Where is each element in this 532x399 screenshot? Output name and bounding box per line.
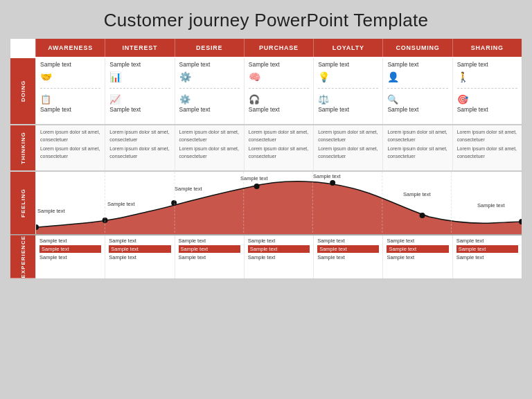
thinking-lorem-0a: Lorem ipsum dolor sit amet, consectetuer — [40, 129, 100, 143]
exp-cell-3: Sample text Sample text Sample text — [244, 236, 313, 278]
doing-section: DOING Sample text 🤝 📋 Sample text Sample… — [10, 57, 522, 124]
header-row: AWARENESS INTEREST DESIRE PURCHASE LOYAL… — [10, 39, 522, 57]
doing-text-1-top: Sample text — [109, 61, 141, 68]
exp-text-5-1: Sample text — [387, 245, 448, 253]
doing-icon-4-bot: ⚖️ — [318, 94, 329, 105]
exp-text-0-0: Sample text — [39, 238, 101, 244]
exp-text-5-0: Sample text — [387, 238, 448, 244]
thinking-lorem-3a: Lorem ipsum dolor sit amet, consectetuer — [249, 129, 309, 143]
exp-text-4-2: Sample text — [317, 254, 379, 260]
exp-text-6-2: Sample text — [456, 254, 518, 260]
exp-cell-5: Sample text Sample text Sample text — [382, 236, 452, 278]
feeling-label-4: Sample text — [313, 173, 341, 179]
exp-text-4-1: Sample text — [317, 245, 379, 253]
doing-icon-3-top: 🧠 — [249, 71, 260, 82]
doing-icon-1-bot: 📈 — [109, 94, 121, 105]
thinking-cell-6: Lorem ipsum dolor sit amet, consectetuer… — [452, 125, 522, 170]
exp-cell-6: Sample text Sample text Sample text — [452, 236, 522, 278]
exp-text-1-0: Sample text — [109, 238, 170, 244]
thinking-cell-1: Lorem ipsum dolor sit amet, consectetuer… — [105, 125, 174, 170]
doing-text-2-top: Sample text — [179, 61, 211, 68]
thinking-content: Lorem ipsum dolor sit amet, consectetuer… — [35, 125, 522, 170]
doing-icon-1-top: 📊 — [109, 71, 121, 82]
doing-cell-2: Sample text ⚙️ ⚙️ Sample text — [175, 58, 244, 124]
thinking-lorem-5b: Lorem ipsum dolor sit amet, consectetuer — [387, 145, 447, 160]
feeling-label-6: Sample text — [477, 202, 505, 209]
exp-cell-2: Sample text Sample text Sample text — [175, 236, 244, 278]
feeling-content: Sample text Sample text Sample text Samp… — [35, 172, 522, 234]
doing-text-6-top: Sample text — [457, 61, 488, 68]
thinking-cell-2: Lorem ipsum dolor sit amet, consectetuer… — [175, 125, 244, 170]
doing-text-3-top: Sample text — [249, 61, 280, 68]
thinking-lorem-5a: Lorem ipsum dolor sit amet, consectetuer — [387, 129, 447, 143]
doing-icon-2-top: ⚙️ — [179, 71, 191, 82]
doing-text-1-bot: Sample text — [109, 106, 141, 113]
doing-text-5-top: Sample text — [387, 61, 418, 68]
thinking-cell-3: Lorem ipsum dolor sit amet, consectetuer… — [244, 125, 313, 170]
header-cell-awareness: AWARENESS — [35, 39, 105, 57]
doing-cell-4: Sample text 💡 ⚖️ Sample text — [313, 58, 382, 124]
doing-icon-4-top: 💡 — [318, 71, 330, 82]
feeling-label-1: Sample text — [107, 201, 135, 207]
exp-cell-1: Sample text Sample text Sample text — [105, 236, 174, 278]
doing-content: Sample text 🤝 📋 Sample text Sample text … — [35, 58, 522, 124]
doing-text-0-top: Sample text — [40, 61, 71, 68]
thinking-lorem-1b: Lorem ipsum dolor sit amet, consectetuer — [109, 145, 170, 160]
exp-text-5-2: Sample text — [387, 254, 448, 260]
thinking-lorem-1a: Lorem ipsum dolor sit amet, consectetuer — [109, 129, 170, 143]
feeling-label-2: Sample text — [175, 186, 202, 192]
doing-icon-0-bot: 📋 — [40, 94, 51, 105]
thinking-lorem-2a: Lorem ipsum dolor sit amet, consectetuer — [179, 129, 240, 143]
doing-icon-5-top: 👤 — [387, 71, 399, 82]
doing-row-label: DOING — [10, 58, 35, 124]
doing-icon-0-top: 🤝 — [40, 71, 52, 82]
experience-content: Sample text Sample text Sample text Samp… — [35, 236, 522, 278]
header-cell-loyalty: LOYALTY — [313, 39, 382, 57]
doing-text-6-bot: Sample text — [457, 106, 488, 113]
exp-text-3-0: Sample text — [248, 238, 310, 244]
doing-text-3-bot: Sample text — [249, 106, 280, 113]
doing-cell-0: Sample text 🤝 📋 Sample text — [35, 58, 105, 124]
doing-text-4-bot: Sample text — [318, 106, 349, 113]
exp-cell-0: Sample text Sample text Sample text — [35, 236, 105, 278]
thinking-lorem-4a: Lorem ipsum dolor sit amet, consectetuer — [318, 129, 378, 143]
exp-text-2-0: Sample text — [179, 238, 240, 244]
thinking-lorem-4b: Lorem ipsum dolor sit amet, consectetuer — [318, 145, 378, 160]
doing-cell-3: Sample text 🧠 🎧 Sample text — [244, 58, 313, 124]
exp-text-3-1: Sample text — [248, 245, 310, 253]
exp-text-4-0: Sample text — [317, 238, 379, 244]
feeling-label-0: Sample text — [37, 208, 65, 214]
exp-text-3-2: Sample text — [248, 254, 310, 260]
feeling-row-label: FEELING — [10, 172, 35, 234]
doing-text-4-top: Sample text — [318, 61, 349, 68]
experience-section: EXPERIENCE Sample text Sample text Sampl… — [10, 234, 522, 278]
thinking-lorem-6b: Lorem ipsum dolor sit amet, consectetuer — [457, 145, 517, 160]
doing-icon-2-bot: ⚙️ — [179, 94, 190, 105]
experience-row-label: EXPERIENCE — [10, 236, 35, 278]
doing-icon-5-bot: 🔍 — [387, 94, 398, 105]
svg-point-1 — [103, 218, 108, 223]
doing-cell-6: Sample text 🚶 🎯 Sample text — [452, 58, 522, 124]
header-cell-consuming: CONSUMING — [382, 39, 452, 57]
thinking-row-label: THINKING — [10, 125, 35, 170]
feeling-label-3: Sample text — [240, 175, 268, 181]
doing-text-2-bot: Sample text — [179, 106, 211, 113]
thinking-cell-4: Lorem ipsum dolor sit amet, consectetuer… — [313, 125, 382, 170]
doing-icon-6-top: 🚶 — [457, 71, 469, 82]
thinking-lorem-3b: Lorem ipsum dolor sit amet, consectetuer — [249, 145, 309, 160]
thinking-cell-5: Lorem ipsum dolor sit amet, consectetuer… — [382, 125, 452, 170]
exp-text-0-2: Sample text — [39, 254, 101, 260]
thinking-lorem-2b: Lorem ipsum dolor sit amet, consectetuer — [179, 145, 240, 160]
header-cell-desire: DESIRE — [175, 39, 244, 57]
doing-text-5-bot: Sample text — [387, 106, 418, 113]
main-table: AWARENESS INTEREST DESIRE PURCHASE LOYAL… — [10, 38, 522, 279]
svg-point-4 — [330, 180, 335, 186]
thinking-lorem-6a: Lorem ipsum dolor sit amet, consectetuer — [457, 129, 517, 143]
doing-text-0-bot: Sample text — [40, 106, 71, 113]
exp-text-6-1: Sample text — [456, 245, 518, 253]
page-title: Customer journey PowerPoint Template — [104, 0, 428, 38]
svg-point-3 — [254, 184, 260, 189]
thinking-cell-0: Lorem ipsum dolor sit amet, consectetuer… — [35, 125, 105, 170]
doing-icon-3-bot: 🎧 — [249, 94, 260, 105]
thinking-section: THINKING Lorem ipsum dolor sit amet, con… — [10, 124, 522, 170]
